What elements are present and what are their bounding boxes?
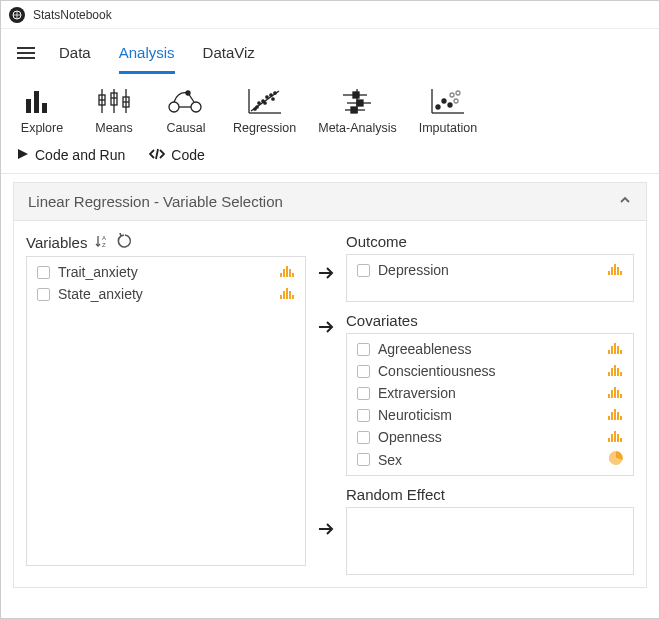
code-and-run-button[interactable]: Code and Run — [17, 147, 125, 163]
arrow-to-random[interactable] — [316, 519, 336, 539]
item-label: Sex — [378, 452, 402, 468]
regression-panel: Linear Regression - Variable Selection V… — [13, 182, 647, 588]
tool-regression[interactable]: Regression — [233, 85, 296, 135]
outcome-listbox[interactable]: Depression — [346, 254, 634, 302]
svg-rect-67 — [617, 267, 619, 275]
tool-label: Imputation — [419, 121, 477, 135]
tool-causal[interactable]: Causal — [161, 85, 211, 135]
sort-icon[interactable]: A Z — [95, 234, 109, 251]
svg-rect-75 — [611, 368, 613, 376]
app-icon — [9, 7, 25, 23]
code-icon — [149, 147, 165, 163]
menu-icon[interactable] — [17, 47, 35, 59]
svg-rect-57 — [283, 291, 285, 299]
svg-point-30 — [271, 98, 273, 100]
covariates-title: Covariates — [346, 312, 634, 329]
covariates-listbox[interactable]: Agreeableness Conscientiousness Extraver… — [346, 333, 634, 476]
analysis-toolbar: Explore Means Causal — [1, 77, 659, 139]
item-checkbox[interactable] — [357, 264, 370, 277]
transfer-arrows — [314, 233, 338, 575]
outcome-title: Outcome — [346, 233, 634, 250]
explore-icon — [22, 85, 62, 117]
panel-header[interactable]: Linear Regression - Variable Selection — [13, 182, 647, 221]
svg-point-23 — [257, 102, 259, 104]
variables-listbox[interactable]: Trait_anxiety State_anxiety — [26, 256, 306, 566]
tool-meta[interactable]: Meta-Analysis — [318, 85, 397, 135]
list-item[interactable]: Agreeableness — [347, 338, 633, 360]
svg-rect-92 — [617, 434, 619, 442]
svg-rect-83 — [620, 394, 622, 398]
variables-title: Variables — [26, 234, 87, 251]
item-checkbox[interactable] — [357, 365, 370, 378]
variables-header: Variables A Z — [26, 233, 306, 252]
list-item[interactable]: Conscientiousness — [347, 360, 633, 382]
svg-point-41 — [442, 99, 446, 103]
item-checkbox[interactable] — [37, 288, 50, 301]
arrow-to-outcome[interactable] — [316, 263, 336, 283]
svg-rect-60 — [292, 295, 294, 299]
svg-point-42 — [450, 93, 454, 97]
arrow-to-covariates[interactable] — [316, 317, 336, 337]
svg-point-43 — [456, 91, 460, 95]
tool-label: Regression — [233, 121, 296, 135]
chevron-up-icon — [618, 193, 632, 210]
item-checkbox[interactable] — [357, 409, 370, 422]
distribution-icon — [607, 385, 623, 401]
svg-rect-53 — [286, 266, 288, 277]
svg-rect-84 — [608, 416, 610, 420]
list-item[interactable]: Openness — [347, 426, 633, 448]
imputation-icon — [428, 85, 468, 117]
item-checkbox[interactable] — [357, 343, 370, 356]
list-item[interactable]: Trait_anxiety — [27, 261, 305, 283]
item-checkbox[interactable] — [357, 431, 370, 444]
tool-imputation[interactable]: Imputation — [419, 85, 477, 135]
svg-point-26 — [265, 96, 267, 98]
item-checkbox[interactable] — [357, 387, 370, 400]
means-icon — [94, 85, 134, 117]
list-item[interactable]: State_anxiety — [27, 283, 305, 305]
svg-rect-88 — [620, 416, 622, 420]
tab-data[interactable]: Data — [59, 32, 91, 74]
item-label: Neuroticism — [378, 407, 452, 423]
svg-rect-91 — [614, 431, 616, 442]
distribution-icon — [607, 262, 623, 278]
random-listbox[interactable] — [346, 507, 634, 575]
item-label: Depression — [378, 262, 449, 278]
item-checkbox[interactable] — [37, 266, 50, 279]
panel-title: Linear Regression - Variable Selection — [28, 193, 283, 210]
svg-point-28 — [269, 94, 271, 96]
svg-rect-59 — [289, 291, 291, 299]
item-label: Conscientiousness — [378, 363, 496, 379]
svg-rect-78 — [620, 372, 622, 376]
tab-dataviz[interactable]: DataViz — [203, 32, 255, 74]
svg-rect-58 — [286, 288, 288, 299]
item-label: Trait_anxiety — [58, 264, 138, 280]
code-button[interactable]: Code — [149, 147, 204, 163]
reset-icon[interactable] — [117, 233, 133, 252]
list-item[interactable]: Depression — [347, 259, 633, 281]
svg-rect-66 — [614, 264, 616, 275]
runbar: Code and Run Code — [1, 139, 659, 174]
svg-rect-68 — [620, 271, 622, 275]
list-item[interactable]: Neuroticism — [347, 404, 633, 426]
svg-rect-69 — [608, 350, 610, 354]
tool-label: Meta-Analysis — [318, 121, 397, 135]
variables-column: Variables A Z — [26, 233, 306, 575]
svg-point-40 — [436, 105, 440, 109]
code-label: Code — [171, 147, 204, 163]
titlebar: StatsNotebook — [1, 1, 659, 29]
meta-icon — [337, 85, 377, 117]
tool-means[interactable]: Means — [89, 85, 139, 135]
tab-analysis[interactable]: Analysis — [119, 32, 175, 74]
list-item[interactable]: Extraversion — [347, 382, 633, 404]
svg-rect-76 — [614, 365, 616, 376]
svg-rect-72 — [617, 346, 619, 354]
item-checkbox[interactable] — [357, 453, 370, 466]
svg-rect-86 — [614, 409, 616, 420]
tool-label: Causal — [167, 121, 206, 135]
tool-explore[interactable]: Explore — [17, 85, 67, 135]
svg-rect-54 — [289, 269, 291, 277]
svg-rect-33 — [353, 92, 359, 98]
list-item[interactable]: Sex — [347, 448, 633, 471]
svg-rect-73 — [620, 350, 622, 354]
